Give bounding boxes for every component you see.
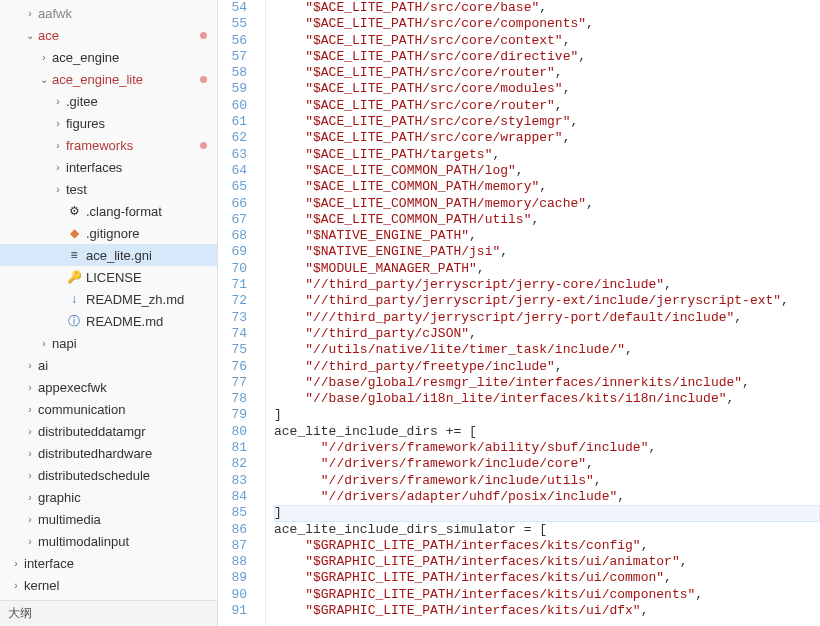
tree-item-label: multimodalinput <box>38 534 217 549</box>
tree-item-ace[interactable]: ⌄ace <box>0 24 217 46</box>
tree-item-label: .clang-format <box>86 204 217 219</box>
code-line[interactable]: "//third_party/jerryscript/jerry-ext/inc… <box>274 293 820 309</box>
tree-item-ai[interactable]: ›ai <box>0 354 217 376</box>
tree-item-appexecfwk[interactable]: ›appexecfwk <box>0 376 217 398</box>
tree-item-multimodalinput[interactable]: ›multimodalinput <box>0 530 217 552</box>
tree-item-ace-lite-gni[interactable]: ≡ace_lite.gni <box>0 244 217 266</box>
outline-panel-header[interactable]: 大纲 <box>0 600 217 626</box>
info-icon: ⓘ <box>66 313 82 329</box>
code-line[interactable]: "$ACE_LITE_PATH/src/core/directive", <box>274 49 820 65</box>
tree-item-label: kernel <box>24 578 217 593</box>
code-line[interactable]: ] <box>274 407 820 423</box>
code-line[interactable]: "//drivers/framework/ability/sbuf/includ… <box>274 440 820 456</box>
tree-item-ace-engine[interactable]: ›ace_engine <box>0 46 217 68</box>
tree-item-label: interfaces <box>66 160 217 175</box>
code-line[interactable]: "$ACE_LITE_PATH/src/core/router", <box>274 98 820 114</box>
code-line[interactable]: "$NATIVE_ENGINE_PATH/jsi", <box>274 244 820 260</box>
code-line[interactable]: "$GRAPHIC_LITE_PATH/interfaces/kits/ui/a… <box>274 554 820 570</box>
modified-indicator-icon <box>200 142 207 149</box>
code-line[interactable]: "//drivers/framework/include/core", <box>274 456 820 472</box>
line-number: 91 <box>218 603 247 619</box>
tree-item-test[interactable]: ›test <box>0 178 217 200</box>
code-line[interactable]: "$NATIVE_ENGINE_PATH", <box>274 228 820 244</box>
code-line[interactable]: "$ACE_LITE_PATH/src/core/base", <box>274 0 820 16</box>
code-line[interactable]: "//drivers/framework/include/utils", <box>274 473 820 489</box>
code-line[interactable]: "$ACE_LITE_PATH/src/core/modules", <box>274 81 820 97</box>
tree-item-figures[interactable]: ›figures <box>0 112 217 134</box>
line-number: 87 <box>218 538 247 554</box>
tree-item--gitignore[interactable]: ◆.gitignore <box>0 222 217 244</box>
tree-item--gitee[interactable]: ›.gitee <box>0 90 217 112</box>
code-line[interactable]: "//third_party/freetype/include", <box>274 359 820 375</box>
file-tree[interactable]: ›aafwk⌄ace›ace_engine⌄ace_engine_lite›.g… <box>0 0 217 600</box>
line-number: 61 <box>218 114 247 130</box>
code-line[interactable]: "$GRAPHIC_LITE_PATH/interfaces/kits/ui/c… <box>274 587 820 603</box>
code-line[interactable]: "//drivers/adapter/uhdf/posix/include", <box>274 489 820 505</box>
tree-item-aafwk[interactable]: ›aafwk <box>0 2 217 24</box>
code-content[interactable]: "$ACE_LITE_PATH/src/core/base", "$ACE_LI… <box>266 0 820 626</box>
tree-item-distributedhardware[interactable]: ›distributedhardware <box>0 442 217 464</box>
tree-item-graphic[interactable]: ›graphic <box>0 486 217 508</box>
chevron-right-icon: › <box>24 8 36 19</box>
line-number: 59 <box>218 81 247 97</box>
code-line[interactable]: "//third_party/jerryscript/jerry-core/in… <box>274 277 820 293</box>
code-line[interactable]: "$ACE_LITE_PATH/src/core/wrapper", <box>274 130 820 146</box>
code-line[interactable]: "$ACE_LITE_COMMON_PATH/utils", <box>274 212 820 228</box>
code-line[interactable]: "$ACE_LITE_PATH/src/core/stylemgr", <box>274 114 820 130</box>
tree-item-distributedschedule[interactable]: ›distributedschedule <box>0 464 217 486</box>
tree-item-label: README_zh.md <box>86 292 217 307</box>
code-line[interactable]: "$ACE_LITE_COMMON_PATH/memory", <box>274 179 820 195</box>
chevron-right-icon: › <box>52 184 64 195</box>
tree-item-napi[interactable]: ›napi <box>0 332 217 354</box>
code-line[interactable]: ace_lite_include_dirs += [ <box>274 424 820 440</box>
code-line[interactable]: "///third_party/jerryscript/jerry-port/d… <box>274 310 820 326</box>
file-explorer: ›aafwk⌄ace›ace_engine⌄ace_engine_lite›.g… <box>0 0 218 626</box>
tree-item-distributeddatamgr[interactable]: ›distributeddatamgr <box>0 420 217 442</box>
tree-item-kernel[interactable]: ›kernel <box>0 574 217 596</box>
tree-item-interface[interactable]: ›interface <box>0 552 217 574</box>
tree-item-ace-engine-lite[interactable]: ⌄ace_engine_lite <box>0 68 217 90</box>
code-line[interactable]: "$ACE_LITE_COMMON_PATH/log", <box>274 163 820 179</box>
tree-item-label: test <box>66 182 217 197</box>
code-line[interactable]: "$ACE_LITE_COMMON_PATH/memory/cache", <box>274 196 820 212</box>
code-line[interactable]: "$ACE_LITE_PATH/src/core/components", <box>274 16 820 32</box>
tree-item-frameworks[interactable]: ›frameworks <box>0 134 217 156</box>
tree-item-label: LICENSE <box>86 270 217 285</box>
code-line[interactable]: "$MODULE_MANAGER_PATH", <box>274 261 820 277</box>
code-line[interactable]: ] <box>274 505 820 521</box>
tree-item-license[interactable]: 🔑LICENSE <box>0 266 217 288</box>
line-number: 76 <box>218 359 247 375</box>
tree-item-label: .gitee <box>66 94 217 109</box>
line-number: 74 <box>218 326 247 342</box>
code-line[interactable]: "$GRAPHIC_LITE_PATH/interfaces/kits/conf… <box>274 538 820 554</box>
code-line[interactable]: "//base/global/i18n_lite/interfaces/kits… <box>274 391 820 407</box>
tree-item-interfaces[interactable]: ›interfaces <box>0 156 217 178</box>
code-line[interactable]: "$ACE_LITE_PATH/targets", <box>274 147 820 163</box>
code-line[interactable]: ace_lite_include_dirs_simulator = [ <box>274 522 820 538</box>
tree-item-multimedia[interactable]: ›multimedia <box>0 508 217 530</box>
code-line[interactable]: "//third_party/cJSON", <box>274 326 820 342</box>
code-line[interactable]: "$ACE_LITE_PATH/src/core/router", <box>274 65 820 81</box>
tree-item-communication[interactable]: ›communication <box>0 398 217 420</box>
tree-item-readme-md[interactable]: ⓘREADME.md <box>0 310 217 332</box>
tree-item-readme-zh-md[interactable]: ↓README_zh.md <box>0 288 217 310</box>
line-number: 58 <box>218 65 247 81</box>
code-line[interactable]: "$GRAPHIC_LITE_PATH/interfaces/kits/ui/d… <box>274 603 820 619</box>
code-line[interactable]: "//base/global/resmgr_lite/interfaces/in… <box>274 375 820 391</box>
tree-item--clang-format[interactable]: ⚙.clang-format <box>0 200 217 222</box>
chevron-down-icon: ⌄ <box>24 30 36 41</box>
tree-item-label: ace_engine <box>52 50 217 65</box>
line-number: 90 <box>218 587 247 603</box>
line-number: 83 <box>218 473 247 489</box>
code-line[interactable]: "$ACE_LITE_PATH/src/core/context", <box>274 33 820 49</box>
code-line[interactable]: "//utils/native/lite/timer_task/include/… <box>274 342 820 358</box>
chevron-right-icon: › <box>52 140 64 151</box>
code-editor[interactable]: 5455565758596061626364656667686970717273… <box>218 0 820 626</box>
tree-item-prebuilts[interactable]: ›prebuilts <box>0 596 217 600</box>
line-gutter: 5455565758596061626364656667686970717273… <box>218 0 266 626</box>
chevron-down-icon: ⌄ <box>38 74 50 85</box>
code-line[interactable]: "$GRAPHIC_LITE_PATH/interfaces/kits/ui/c… <box>274 570 820 586</box>
chevron-right-icon: › <box>24 426 36 437</box>
tree-item-label: graphic <box>38 490 217 505</box>
chevron-right-icon: › <box>38 52 50 63</box>
